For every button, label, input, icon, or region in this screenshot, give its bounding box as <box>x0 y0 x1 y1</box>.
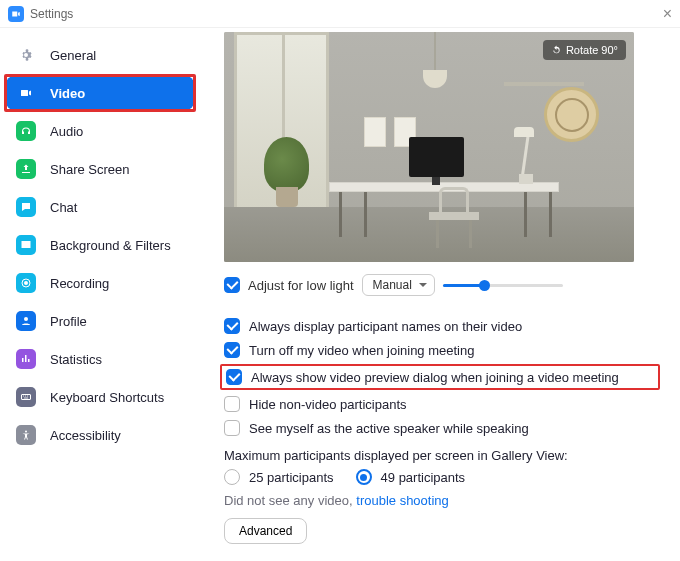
advanced-button[interactable]: Advanced <box>224 518 307 544</box>
opt-see-myself-checkbox[interactable] <box>224 420 240 436</box>
sidebar-item-accessibility[interactable]: Accessibility <box>6 418 194 452</box>
no-video-line: Did not see any video, trouble shooting <box>224 493 656 508</box>
settings-content: Rotate 90° Adjust for low light Manual A… <box>200 28 680 561</box>
low-light-mode-value: Manual <box>373 278 412 292</box>
option-row: Hide non-video participants <box>224 392 656 416</box>
svg-rect-3 <box>22 395 31 400</box>
keyboard-icon <box>16 387 36 407</box>
no-video-text: Did not see any video, <box>224 493 353 508</box>
sidebar-label: Chat <box>50 200 77 215</box>
adjust-low-light-row: Adjust for low light Manual <box>224 274 656 296</box>
recording-icon <box>16 273 36 293</box>
sidebar-label: Audio <box>50 124 83 139</box>
sidebar-label: Statistics <box>50 352 102 367</box>
sidebar-label: Share Screen <box>50 162 130 177</box>
sidebar-item-recording[interactable]: Recording <box>6 266 194 300</box>
rotate-label: Rotate 90° <box>566 44 618 56</box>
adjust-low-light-label: Adjust for low light <box>248 278 354 293</box>
sidebar-item-profile[interactable]: Profile <box>6 304 194 338</box>
sidebar-item-statistics[interactable]: Statistics <box>6 342 194 376</box>
opt-label: Always show video preview dialog when jo… <box>251 370 619 385</box>
opt-participant-names-checkbox[interactable] <box>224 318 240 334</box>
radio-label: 25 participants <box>249 470 334 485</box>
sidebar-label: Accessibility <box>50 428 121 443</box>
opt-label: See myself as the active speaker while s… <box>249 421 529 436</box>
sidebar-item-video[interactable]: Video <box>6 76 194 110</box>
option-row: Turn off my video when joining meeting <box>224 338 656 362</box>
chat-icon <box>16 197 36 217</box>
settings-sidebar: General Video Audio Share Screen Chat Ba… <box>0 28 200 561</box>
rotate-icon <box>551 45 562 56</box>
option-row: Always display participant names on thei… <box>224 314 656 338</box>
opt-label: Always display participant names on thei… <box>249 319 522 334</box>
gallery-radio-group: 25 participants 49 participants <box>224 469 656 485</box>
radio-25-participants[interactable] <box>224 469 240 485</box>
svg-point-1 <box>24 281 28 285</box>
sidebar-label: General <box>50 48 96 63</box>
sidebar-label: Recording <box>50 276 109 291</box>
sidebar-label: Video <box>50 86 85 101</box>
share-icon <box>16 159 36 179</box>
sidebar-item-keyboard[interactable]: Keyboard Shortcuts <box>6 380 194 414</box>
sidebar-label: Background & Filters <box>50 238 171 253</box>
gear-icon <box>16 45 36 65</box>
opt-label: Turn off my video when joining meeting <box>249 343 474 358</box>
sidebar-item-background[interactable]: Background & Filters <box>6 228 194 262</box>
low-light-slider[interactable] <box>443 278 563 292</box>
titlebar: Settings × <box>0 0 680 28</box>
radio-49-participants[interactable] <box>356 469 372 485</box>
video-icon <box>16 83 36 103</box>
sidebar-item-audio[interactable]: Audio <box>6 114 194 148</box>
slider-thumb[interactable] <box>479 280 490 291</box>
adjust-low-light-checkbox[interactable] <box>224 277 240 293</box>
sidebar-label: Profile <box>50 314 87 329</box>
svg-point-2 <box>24 317 28 321</box>
sidebar-label: Keyboard Shortcuts <box>50 390 164 405</box>
profile-icon <box>16 311 36 331</box>
sidebar-item-share-screen[interactable]: Share Screen <box>6 152 194 186</box>
opt-hide-nonvideo-checkbox[interactable] <box>224 396 240 412</box>
statistics-icon <box>16 349 36 369</box>
troubleshooting-link[interactable]: trouble shooting <box>356 493 449 508</box>
close-icon[interactable]: × <box>663 6 672 22</box>
svg-point-4 <box>25 431 27 433</box>
gallery-label: Maximum participants displayed per scree… <box>224 448 656 463</box>
sidebar-item-general[interactable]: General <box>6 38 194 72</box>
accessibility-icon <box>16 425 36 445</box>
sidebar-item-chat[interactable]: Chat <box>6 190 194 224</box>
radio-label: 49 participants <box>381 470 466 485</box>
low-light-mode-select[interactable]: Manual <box>362 274 435 296</box>
video-preview: Rotate 90° <box>224 32 634 262</box>
opt-label: Hide non-video participants <box>249 397 407 412</box>
window-title: Settings <box>30 7 73 21</box>
headphones-icon <box>16 121 36 141</box>
background-icon <box>16 235 36 255</box>
option-row: See myself as the active speaker while s… <box>224 416 656 440</box>
opt-preview-dialog-checkbox[interactable] <box>226 369 242 385</box>
opt-turn-off-video-checkbox[interactable] <box>224 342 240 358</box>
app-icon <box>8 6 24 22</box>
rotate-button[interactable]: Rotate 90° <box>543 40 626 60</box>
option-row-highlighted: Always show video preview dialog when jo… <box>220 364 660 390</box>
